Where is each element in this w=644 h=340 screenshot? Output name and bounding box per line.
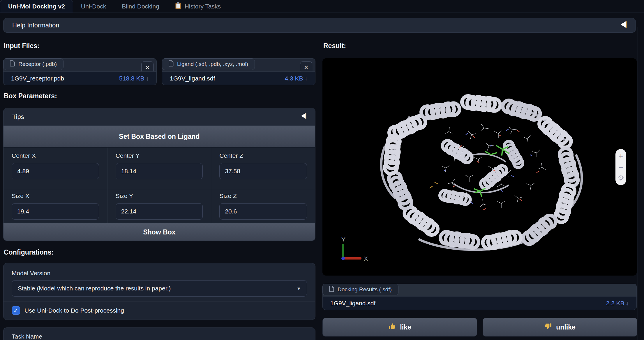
center-y-cell: Center Y xyxy=(107,148,211,190)
file-icon xyxy=(329,286,334,293)
close-icon: × xyxy=(304,64,308,71)
axis-y-label: Y xyxy=(341,236,345,243)
model-version-dropdown[interactable]: Stable (Model which can reproduce the re… xyxy=(12,280,307,297)
tips-accordion[interactable]: Tips xyxy=(3,108,315,126)
collapse-arrow-icon xyxy=(301,113,306,121)
docking-results-label-text: Docking Results (.sdf) xyxy=(338,286,392,293)
tab-bar: Uni-Mol Docking v2 Uni-Dock Blind Dockin… xyxy=(0,0,644,13)
size-z-cell: Size Z xyxy=(211,190,315,223)
center-x-cell: Center X xyxy=(3,148,107,190)
receptor-filename: 1G9V_receptor.pdb xyxy=(11,75,64,82)
tab-unimol-docking-v2[interactable]: Uni-Mol Docking v2 xyxy=(0,0,73,13)
tab-label: History Tasks xyxy=(185,3,221,10)
size-z-input[interactable] xyxy=(219,203,307,220)
post-processing-checkbox[interactable]: ✓ xyxy=(12,306,20,315)
thumbs-down-icon xyxy=(544,323,552,332)
size-x-input[interactable] xyxy=(12,203,99,220)
box-parameters-panel: Tips Set Box Based on Ligand Center X Ce… xyxy=(3,108,315,241)
ligand-file-component: Ligand (.sdf, .pdb, .xyz, .mol) × 1G9V_l… xyxy=(162,58,315,85)
download-icon: ↓ xyxy=(626,300,629,307)
tab-history-tasks[interactable]: History Tasks xyxy=(167,0,229,13)
receptor-file-component: Receptor (.pdb) × 1G9V_receptor.pdb 518.… xyxy=(3,58,157,85)
tab-label: Blind Docking xyxy=(122,3,159,10)
configurations-heading: Configurations: xyxy=(4,248,54,256)
collapse-arrow-icon xyxy=(620,21,627,30)
configurations-panel: Model Version Stable (Model which can re… xyxy=(3,263,315,320)
ligand-filename: 1G9V_ligand.sdf xyxy=(170,75,215,82)
size-z-label: Size Z xyxy=(219,192,307,199)
center-z-input[interactable] xyxy=(219,163,307,179)
tips-label: Tips xyxy=(12,113,24,121)
set-box-button-label: Set Box Based on Ligand xyxy=(119,133,200,141)
axis-x-label: X xyxy=(364,255,368,262)
ligand-file-label: Ligand (.sdf, .pdb, .xyz, .mol) xyxy=(162,58,255,70)
center-z-cell: Center Z xyxy=(211,148,315,190)
viewer-zoom-controls: + − xyxy=(615,149,626,185)
docking-results-download-link[interactable]: 2.2 KB ↓ xyxy=(606,300,629,307)
model-version-value: Stable (Model which can reproduce the re… xyxy=(18,285,171,292)
center-y-label: Center Y xyxy=(116,152,203,159)
size-x-cell: Size X xyxy=(3,190,107,223)
molecule-viewer[interactable]: Y X + − xyxy=(322,58,637,276)
chevron-down-icon: ▼ xyxy=(297,286,301,291)
file-icon xyxy=(169,60,174,68)
close-icon: × xyxy=(145,64,150,71)
center-x-label: Center X xyxy=(12,152,99,159)
tab-label: Uni-Mol Docking v2 xyxy=(8,3,65,10)
size-x-label: Size X xyxy=(12,192,99,199)
like-button-label: like xyxy=(400,323,411,331)
docking-results-component: Docking Results (.sdf) 1G9V_ligand.sdf 2… xyxy=(322,284,637,310)
zoom-out-button[interactable]: − xyxy=(617,163,625,171)
center-y-input[interactable] xyxy=(116,163,203,179)
unlike-button[interactable]: unlike xyxy=(483,318,637,337)
post-processing-checkbox-label: Use Uni-Dock to Do Post-processing xyxy=(24,307,124,314)
unlike-button-label: unlike xyxy=(556,323,575,331)
reset-view-button[interactable] xyxy=(617,174,624,182)
receptor-file-row: 1G9V_receptor.pdb 518.8 KB ↓ xyxy=(3,71,156,85)
box-parameters-heading: Box Parameters: xyxy=(4,92,57,100)
model-version-label: Model Version xyxy=(3,263,315,280)
tab-label: Uni-Dock xyxy=(81,3,106,10)
size-y-input[interactable] xyxy=(116,203,203,220)
docking-results-filename: 1G9V_ligand.sdf xyxy=(330,300,375,307)
help-information-label: Help Information xyxy=(12,22,59,29)
crosshair-icon xyxy=(617,174,624,182)
task-name-label: Task Name xyxy=(3,328,315,340)
like-button[interactable]: like xyxy=(322,318,477,337)
thumbs-up-icon xyxy=(388,323,396,332)
input-files-heading: Input Files: xyxy=(4,42,40,50)
ligand-download-link[interactable]: 4.3 KB ↓ xyxy=(285,75,308,82)
post-processing-checkbox-row[interactable]: ✓ Use Uni-Dock to Do Post-processing xyxy=(3,302,315,319)
download-icon: ↓ xyxy=(305,75,308,82)
task-name-panel: Task Name xyxy=(3,327,315,340)
show-box-button-label: Show Box xyxy=(143,228,175,236)
receptor-filesize: 518.8 KB xyxy=(119,75,144,82)
ligand-file-row: 1G9V_ligand.sdf 4.3 KB ↓ xyxy=(162,71,315,85)
help-information-accordion[interactable]: Help Information xyxy=(3,18,636,33)
set-box-based-on-ligand-button[interactable]: Set Box Based on Ligand xyxy=(3,126,315,148)
file-icon xyxy=(10,60,15,68)
checkmark-icon: ✓ xyxy=(13,307,18,314)
app-page: Uni-Mol Docking v2 Uni-Dock Blind Dockin… xyxy=(0,0,644,340)
result-heading: Result: xyxy=(323,42,346,50)
center-x-input[interactable] xyxy=(12,163,99,179)
tab-unidock[interactable]: Uni-Dock xyxy=(73,0,114,13)
clipboard-icon xyxy=(175,2,181,11)
zoom-in-button[interactable]: + xyxy=(617,152,625,160)
tab-blind-docking[interactable]: Blind Docking xyxy=(114,0,167,13)
ligand-file-label-text: Ligand (.sdf, .pdb, .xyz, .mol) xyxy=(177,61,248,67)
download-icon: ↓ xyxy=(146,75,149,82)
docking-results-file-row: 1G9V_ligand.sdf 2.2 KB ↓ xyxy=(323,296,636,310)
box-parameters-grid: Center X Center Y Center Z Size X Size Y… xyxy=(3,148,315,223)
ligand-filesize: 4.3 KB xyxy=(285,75,303,82)
docking-results-filesize: 2.2 KB xyxy=(606,300,624,307)
center-z-label: Center Z xyxy=(219,152,307,159)
show-box-button[interactable]: Show Box xyxy=(3,223,315,241)
right-edge-divider xyxy=(638,27,638,340)
receptor-file-label: Receptor (.pdb) xyxy=(3,58,63,70)
size-y-cell: Size Y xyxy=(107,190,211,223)
docking-results-label: Docking Results (.sdf) xyxy=(322,284,398,295)
size-y-label: Size Y xyxy=(116,192,203,199)
axis-indicator: Y X xyxy=(333,233,377,266)
receptor-download-link[interactable]: 518.8 KB ↓ xyxy=(119,75,149,82)
